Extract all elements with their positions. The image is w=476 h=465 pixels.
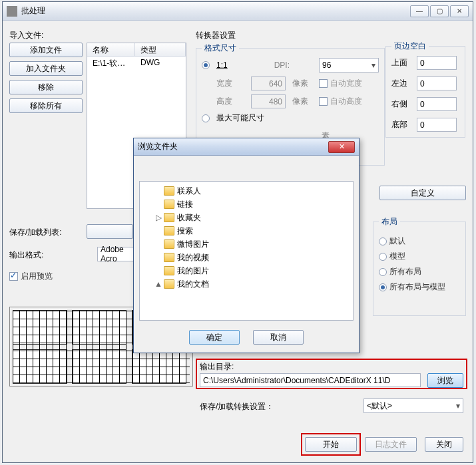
log-button[interactable]: 日志文件 xyxy=(365,437,417,452)
app-icon xyxy=(7,6,17,17)
output-format-label: 输出格式: xyxy=(9,250,43,259)
height-input[interactable]: 480 xyxy=(251,94,286,108)
tree-item[interactable]: 链接 xyxy=(141,198,352,211)
folder-icon xyxy=(164,226,174,235)
remove-button[interactable]: 移除 xyxy=(9,80,83,94)
browse-button[interactable]: 浏览 xyxy=(427,373,463,388)
dialog-cancel-button[interactable]: 取消 xyxy=(253,330,304,345)
preview-thumb[interactable] xyxy=(132,349,186,384)
folder-icon xyxy=(164,213,174,222)
enable-preview-checkbox[interactable]: 启用预览 xyxy=(9,271,53,282)
window-title: 批处理 xyxy=(21,5,410,17)
margin-top-input[interactable]: 0 xyxy=(417,56,457,70)
layout-group: 布局 默认 模型 所有布局 所有布局与模型 xyxy=(373,216,466,316)
dialog-close-button[interactable]: ✕ xyxy=(328,141,355,153)
close-main-button[interactable]: 关闭 xyxy=(425,437,463,452)
titlebar: 批处理 — ▢ ✕ xyxy=(3,2,473,21)
converter-settings-label: 转换器设置 xyxy=(196,30,379,41)
folder-icon xyxy=(164,186,174,196)
tree-item[interactable]: 搜索 xyxy=(141,224,352,237)
margin-left-input[interactable]: 0 xyxy=(417,77,457,90)
dpi-dropdown[interactable]: 96 xyxy=(319,58,379,73)
col-type[interactable]: 类型 xyxy=(135,43,186,56)
tree-item[interactable]: 我的图片 xyxy=(141,264,352,277)
browse-folder-dialog: 浏览文件夹 ✕ 联系人 链接 ▷收藏夹 搜索 微博图片 我的视频 我的图片 ▲我… xyxy=(133,138,359,353)
auto-width-checkbox[interactable]: 自动宽度 xyxy=(319,78,379,89)
close-button[interactable]: ✕ xyxy=(450,5,469,17)
dialog-title: 浏览文件夹 xyxy=(138,141,328,152)
auto-height-checkbox[interactable]: 自动高度 xyxy=(319,96,379,107)
tree-item[interactable]: ▲我的文档 xyxy=(141,277,352,291)
saveload-button[interactable] xyxy=(87,224,133,239)
folder-icon xyxy=(164,266,174,275)
folder-tree[interactable]: 联系人 链接 ▷收藏夹 搜索 微博图片 我的视频 我的图片 ▲我的文档 xyxy=(139,181,354,321)
folder-icon xyxy=(164,253,174,262)
minimize-button[interactable]: — xyxy=(410,5,429,17)
layout-model-radio[interactable]: 模型 xyxy=(379,251,460,262)
maximize-button[interactable]: ▢ xyxy=(430,5,449,17)
save-conv-label: 保存/加载转换设置： xyxy=(200,402,274,411)
folder-icon xyxy=(164,200,174,209)
dialog-ok-button[interactable]: 确定 xyxy=(189,330,240,345)
margin-right-input[interactable]: 0 xyxy=(417,97,457,111)
width-input[interactable]: 640 xyxy=(251,77,286,90)
remove-all-button[interactable]: 移除所有 xyxy=(9,98,83,113)
customize-button[interactable]: 自定义 xyxy=(379,186,466,200)
output-dir-input[interactable]: C:\Users\Administrator\Documents\CADEdit… xyxy=(200,373,421,387)
max-size-radio[interactable] xyxy=(202,114,210,122)
saveload-label: 保存/加载列表: xyxy=(9,228,62,237)
margin-bottom-input[interactable]: 0 xyxy=(417,118,457,132)
table-row[interactable]: E:\1-软文... DWG xyxy=(87,57,186,70)
tree-item[interactable]: 微博图片 xyxy=(141,237,352,251)
add-file-button[interactable]: 添加文件 xyxy=(9,43,83,57)
col-name[interactable]: 名称 xyxy=(87,43,135,56)
layout-all-radio[interactable]: 所有布局 xyxy=(379,266,460,277)
folder-icon xyxy=(164,279,174,289)
margin-group: 页边空白 上面0 左边0 右侧0 底部0 xyxy=(385,41,465,138)
layout-default-radio[interactable]: 默认 xyxy=(379,235,460,247)
dialog-titlebar: 浏览文件夹 ✕ xyxy=(134,138,359,156)
tree-item[interactable]: 我的视频 xyxy=(141,251,352,264)
output-dir-label: 输出目录: xyxy=(200,362,234,371)
add-folder-button[interactable]: 加入文件夹 xyxy=(9,61,83,76)
layout-allmodel-radio[interactable]: 所有布局与模型 xyxy=(379,281,460,293)
folder-icon xyxy=(164,239,174,249)
import-label: 导入文件: xyxy=(9,30,186,41)
tree-item[interactable]: 联系人 xyxy=(141,184,352,198)
save-conv-dropdown[interactable]: <默认> xyxy=(363,398,463,413)
ratio-11-radio[interactable] xyxy=(202,61,210,69)
start-button[interactable]: 开始 xyxy=(305,437,357,452)
tree-item[interactable]: ▷收藏夹 xyxy=(141,211,352,224)
checkbox-icon xyxy=(9,272,18,281)
